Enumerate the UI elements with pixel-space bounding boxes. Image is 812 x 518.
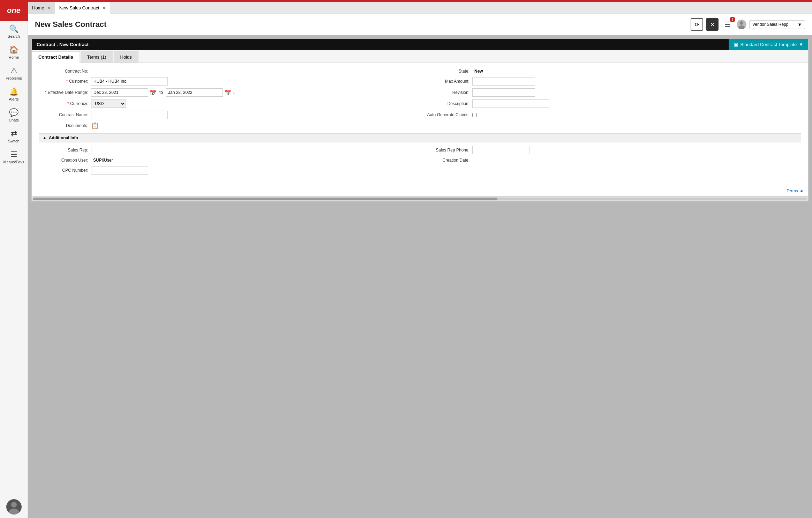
horizontal-scrollbar[interactable] [32,196,808,201]
tab-terms[interactable]: Terms (1) [81,51,113,62]
template-label: Standard Contract Template [740,42,797,47]
user-avatar[interactable] [6,499,22,515]
sales-rep-phone-input[interactable] [472,146,529,154]
search-icon: 🔍 [9,24,18,34]
cpc-number-label: CPC Number: [39,168,91,173]
form-left-sales-rep: Sales Rep: [39,146,420,154]
form-left-contract-name: Contract Name: [39,111,420,119]
form-row-contract-name: Contract Name: Auto Generate Claims: [39,111,801,119]
sales-rep-input[interactable] [91,146,148,154]
svg-point-3 [738,25,745,29]
menu-icon: ☰ [724,21,731,28]
description-input[interactable] [472,99,549,108]
form-right-description: Description: [420,99,801,108]
sidebar-item-home[interactable]: 🏠 Home [0,42,28,63]
sidebar-item-switch[interactable]: ⇄ Switch [0,126,28,147]
sort-icon[interactable]: ↕ [233,90,235,95]
sidebar-item-alerts[interactable]: 🔔 Alerts [0,84,28,105]
customer-input[interactable] [91,77,168,86]
tab-bar: Home ✕ New Sales Contract ✕ [28,2,812,14]
form-row-cpc-number: CPC Number: [39,166,801,175]
customer-label: Customer: [39,79,91,84]
sidebar-label-problems: Problems [6,76,22,80]
form-row-customer: Customer: Max Amount: [39,77,801,86]
sidebar-label-home: Home [9,55,19,59]
tab-new-sales-contract[interactable]: New Sales Contract ✕ [55,2,110,14]
alerts-icon: 🔔 [9,87,18,96]
problems-icon: ⚠ [10,66,17,75]
revision-input[interactable] [472,88,535,97]
contract-no-value [91,71,95,72]
terms-link[interactable]: Terms ◄ [32,186,808,196]
form-right-auto-generate: Auto Generate Claims: [420,112,801,117]
sidebar-item-menus[interactable]: ☰ Menus/Favs [0,147,28,168]
header-controls: ⟳ ✕ ☰ 1 Vendor Sales Repp ▼ [691,18,805,31]
max-amount-input[interactable] [472,77,535,86]
additional-info-section: ▲ Additional Info Sales Rep: Sales Rep P… [39,133,801,181]
content-area: Contract : New Contract ▣ Standard Contr… [28,35,812,518]
additional-info-title: Additional Info [49,135,78,140]
tab-home-label: Home [32,5,44,10]
max-amount-label: Max Amount: [420,79,472,84]
tab-home[interactable]: Home ✕ [28,2,55,14]
form-left-contract-no: Contract No: [39,69,420,74]
creation-date-value [472,160,476,161]
svg-point-1 [9,509,19,515]
scrollbar-thumb[interactable] [33,198,497,200]
auto-generate-checkbox[interactable] [472,113,477,117]
template-icon: ▣ [734,42,738,47]
form-row-documents: Documents: 📋 [39,122,801,130]
auto-generate-label: Auto Generate Claims: [420,112,472,117]
cpc-number-input[interactable] [91,166,148,175]
page-title: New Sales Contract [35,20,106,29]
tab-holds[interactable]: Holds [114,51,138,62]
effective-date-label: Effective Date Range: [39,90,91,95]
form-right-max-amount: Max Amount: [420,77,801,86]
page-header: New Sales Contract ⟳ ✕ ☰ 1 Vendor Sales … [28,14,812,35]
date-range-separator: to [158,90,164,95]
form-right-sales-rep-phone: Sales Rep Phone: [420,146,801,154]
form-left-customer: Customer: [39,77,420,86]
tab-contract-details[interactable]: Contract Details [32,51,80,63]
date-range-group: 📅 to 📅 ↕ [91,88,235,97]
revision-label: Revision: [420,90,472,95]
template-arrow-icon: ▼ [799,42,803,47]
contract-header-text: Contract : New Contract [37,42,89,47]
svg-point-2 [740,21,743,25]
menus-icon: ☰ [10,150,17,159]
template-dropdown[interactable]: ▣ Standard Contract Template ▼ [729,39,808,50]
date-to-input[interactable] [166,88,223,97]
chats-icon: 💬 [9,108,18,117]
sidebar-label-switch: Switch [8,139,19,143]
home-icon: 🏠 [9,45,18,54]
form-row-currency: Currency: USD EUR GBP Description: [39,99,801,108]
contract-panel: Contract : New Contract ▣ Standard Contr… [31,39,809,201]
user-role-selector[interactable]: Vendor Sales Repp ▼ [749,20,805,29]
refresh-button[interactable]: ⟳ [691,18,703,31]
sidebar-item-problems[interactable]: ⚠ Problems [0,63,28,84]
currency-select[interactable]: USD EUR GBP [91,99,126,108]
currency-label: Currency: [39,101,91,106]
date-from-input[interactable] [91,88,148,97]
logo-text: one [7,6,21,15]
tab-contract-label: New Sales Contract [59,5,99,10]
contract-details-tab-label: Contract Details [38,54,73,60]
close-home-tab[interactable]: ✕ [47,6,51,10]
calendar-to-icon[interactable]: 📅 [224,89,231,96]
menu-button[interactable]: ☰ 1 [721,18,734,31]
sidebar-item-search[interactable]: 🔍 Search [0,21,28,42]
form-row-effective-date: Effective Date Range: 📅 to 📅 ↕ Revision: [39,88,801,97]
state-label: State: [420,69,472,74]
sidebar-item-chats[interactable]: 💬 Chats [0,105,28,126]
dropdown-arrow-icon: ▼ [797,22,802,27]
documents-attach-icon[interactable]: 📋 [91,122,99,130]
close-contract-tab[interactable]: ✕ [102,6,106,10]
close-button[interactable]: ✕ [706,18,719,31]
form-row-creation-user: Creation User: SUP6User Creation Date: [39,157,801,163]
additional-info-body: Sales Rep: Sales Rep Phone: Creatio [39,142,801,181]
contract-name-label: Contract Name: [39,112,91,117]
contract-name-input[interactable] [91,111,168,119]
calendar-from-icon[interactable]: 📅 [150,89,157,96]
additional-info-header[interactable]: ▲ Additional Info [39,133,801,142]
switch-icon: ⇄ [11,129,17,138]
